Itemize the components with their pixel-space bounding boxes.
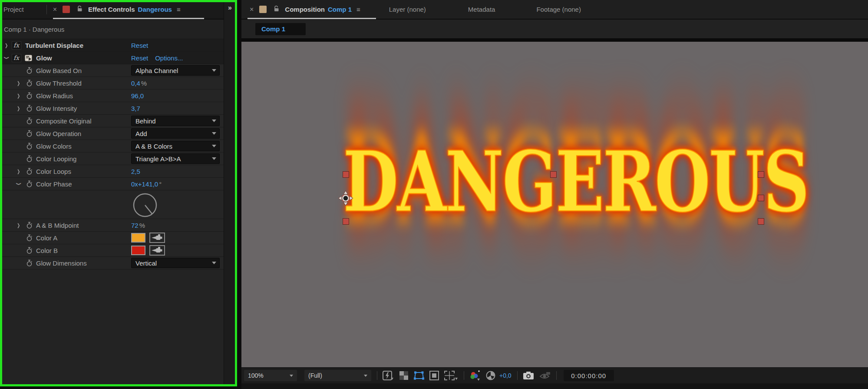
expand-panel-icon[interactable]: » xyxy=(228,4,231,12)
glow-based-on-dropdown[interactable]: Alpha Channel xyxy=(131,65,220,76)
tab-effect-controls[interactable]: Effect Controls xyxy=(88,6,135,13)
color-phase-dial[interactable] xyxy=(132,192,158,220)
viewer-tab-comp1[interactable]: Comp 1 xyxy=(255,23,306,35)
tab-project[interactable]: Project xyxy=(3,6,24,13)
stopwatch-icon[interactable] xyxy=(26,222,33,229)
param-row-glow-colors: Glow ColorsA & B Colors xyxy=(0,140,225,153)
close-icon[interactable]: × xyxy=(53,6,57,13)
channel-settings-button[interactable] xyxy=(469,370,481,381)
stopwatch-icon[interactable] xyxy=(26,259,33,266)
glow-threshold-value[interactable]: 0,4 xyxy=(131,80,140,87)
tab-metadata[interactable]: Metadata xyxy=(468,6,495,13)
glow-dimensions-dropdown[interactable]: Vertical xyxy=(131,258,220,268)
close-icon[interactable]: × xyxy=(250,6,254,13)
stopwatch-icon[interactable] xyxy=(26,80,33,86)
exposure-value[interactable]: +0,0 xyxy=(499,372,512,379)
layer-handle-middle-right[interactable] xyxy=(758,195,764,201)
preview-time[interactable]: 0:00:00:00 xyxy=(564,370,614,381)
param-row-composite-original: Composite OriginalBehind xyxy=(0,115,225,127)
fx-icon[interactable]: fx xyxy=(12,41,21,50)
a-b-midpoint-value[interactable]: 72 xyxy=(131,222,139,229)
resolution-dropdown[interactable]: (Full) xyxy=(304,370,371,381)
layer-handle-bottom-right[interactable] xyxy=(758,218,764,225)
options-link[interactable]: Options... xyxy=(155,54,183,62)
effect-row-glow: ❯fxGlowResetOptions... xyxy=(0,52,225,64)
param-label: Color Loops xyxy=(36,168,71,175)
stopwatch-icon[interactable] xyxy=(26,117,33,124)
glow-colors-control: A & B Colors xyxy=(131,141,220,151)
layer-handle-top-left[interactable] xyxy=(343,171,349,178)
panel-group-color-chip xyxy=(259,6,267,13)
glow-intensity-control: 3,7 xyxy=(131,105,140,112)
chevron-down-icon[interactable]: ❯ xyxy=(4,56,10,60)
chevron-right-icon[interactable]: ❯ xyxy=(17,106,20,111)
param-label: Color B xyxy=(36,247,58,254)
reset-exposure-button[interactable] xyxy=(486,371,495,380)
effect-name[interactable]: Glow xyxy=(36,54,52,62)
eyedropper-icon[interactable] xyxy=(149,245,165,256)
stopwatch-icon[interactable] xyxy=(26,130,33,137)
stopwatch-icon[interactable] xyxy=(26,247,33,254)
glow-colors-dropdown[interactable]: A & B Colors xyxy=(131,141,220,151)
tab-layer[interactable]: Layer (none) xyxy=(389,6,426,13)
color-b-swatch[interactable] xyxy=(131,246,145,255)
stopwatch-icon[interactable] xyxy=(26,67,33,74)
resolution-value: (Full) xyxy=(308,372,322,379)
stopwatch-icon[interactable] xyxy=(26,234,33,241)
grid-guides-options-button[interactable] xyxy=(444,371,458,380)
dropdown-value: A & B Colors xyxy=(135,143,172,150)
glow-operation-dropdown[interactable]: Add xyxy=(131,128,220,139)
stopwatch-icon[interactable] xyxy=(26,92,33,99)
layer-handle-bottom-left[interactable] xyxy=(343,218,349,225)
stopwatch-icon[interactable] xyxy=(26,180,33,187)
stopwatch-icon[interactable] xyxy=(26,155,33,162)
param-label: Glow Threshold xyxy=(36,80,82,87)
unlock-icon[interactable] xyxy=(77,5,83,13)
effect-controls-panel: Project × Effect Controls Dangerous ≡ Co… xyxy=(0,0,237,386)
mask-visibility-button[interactable] xyxy=(414,371,424,380)
transparency-grid-button[interactable] xyxy=(399,371,409,380)
snapshot-camera-button[interactable] xyxy=(523,371,534,380)
eyedropper-icon[interactable] xyxy=(149,233,165,243)
chevron-right-icon[interactable]: ❯ xyxy=(17,223,20,228)
chevron-right-icon[interactable]: ❯ xyxy=(17,93,20,99)
chevron-right-icon[interactable]: ❯ xyxy=(5,43,8,48)
fast-previews-button[interactable] xyxy=(383,371,394,380)
stopwatch-icon[interactable] xyxy=(26,105,33,112)
region-of-interest-button[interactable] xyxy=(429,371,439,380)
reset-link[interactable]: Reset xyxy=(131,54,148,62)
chevron-down-icon[interactable]: ❯ xyxy=(16,182,22,186)
tab-composition[interactable]: Composition xyxy=(285,6,325,13)
tab-footage[interactable]: Footage (none) xyxy=(536,6,581,13)
magnification-dropdown[interactable]: 100% xyxy=(244,370,297,381)
reset-link[interactable]: Reset xyxy=(131,42,148,49)
fx-icon[interactable]: fx xyxy=(12,54,21,62)
layer-anchor-point[interactable] xyxy=(338,190,353,206)
layer-handle-top-center[interactable] xyxy=(550,171,557,178)
layer-handle-top-right[interactable] xyxy=(758,171,764,178)
composition-viewport[interactable]: DANGEROUS DANGEROUS DANGEROUS DANGEROUS xyxy=(241,42,868,367)
param-row-color-loops: ❯Color Loops2,5 xyxy=(0,165,225,178)
effect-controls-layer-name: Dangerous xyxy=(138,6,172,13)
panel-menu-icon[interactable]: ≡ xyxy=(356,6,360,13)
stopwatch-icon[interactable] xyxy=(26,168,33,175)
panel-edge-strip: » xyxy=(224,0,235,384)
glow-radius-value[interactable]: 96,0 xyxy=(131,92,144,100)
value-suffix: ° xyxy=(159,180,162,188)
unlock-icon[interactable] xyxy=(274,5,280,13)
chevron-right-icon[interactable]: ❯ xyxy=(17,80,20,86)
param-row-glow-intensity: ❯Glow Intensity3,7 xyxy=(0,102,225,115)
glow-intensity-value[interactable]: 3,7 xyxy=(131,105,140,112)
param-label: Glow Colors xyxy=(36,143,72,150)
effect-name[interactable]: Turbulent Displace xyxy=(25,42,83,49)
composite-original-dropdown[interactable]: Behind xyxy=(131,116,220,126)
panel-menu-icon[interactable]: ≡ xyxy=(177,6,181,13)
color-looping-dropdown[interactable]: Triangle A>B>A xyxy=(131,153,220,164)
color-phase-value[interactable]: 0x+141,0 xyxy=(131,180,158,188)
composition-name: Comp 1 xyxy=(328,6,352,13)
show-snapshot-eye-button[interactable] xyxy=(539,371,551,380)
color-a-swatch[interactable] xyxy=(131,233,145,243)
chevron-right-icon[interactable]: ❯ xyxy=(17,169,20,174)
color-loops-value[interactable]: 2,5 xyxy=(131,168,140,175)
stopwatch-icon[interactable] xyxy=(26,143,33,150)
